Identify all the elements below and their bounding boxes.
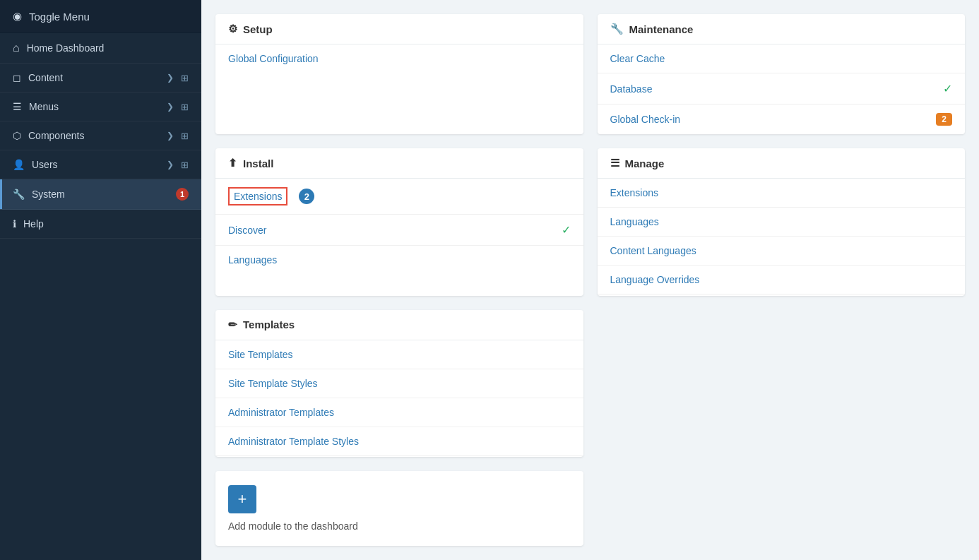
setup-panel-header: ⚙ Setup bbox=[215, 14, 583, 44]
maintenance-clear-cache[interactable]: Clear Cache bbox=[598, 44, 966, 73]
chevron-right-icon: ❯ bbox=[167, 160, 174, 169]
home-icon: ⌂ bbox=[13, 42, 20, 54]
grid-icon: ⊞ bbox=[181, 160, 189, 170]
sidebar-item-label: Home Dashboard bbox=[27, 42, 189, 54]
templates-administrator-template-styles[interactable]: Administrator Template Styles bbox=[215, 427, 583, 456]
clear-cache-link[interactable]: Clear Cache bbox=[610, 53, 665, 64]
discover-link[interactable]: Discover bbox=[228, 225, 266, 236]
sidebar: ◉ Toggle Menu ⌂ Home Dashboard ◻ Content… bbox=[0, 0, 201, 560]
install-panel-header: ⬆ Install bbox=[215, 148, 583, 179]
components-icon: ⬡ bbox=[13, 130, 21, 141]
chevron-right-icon: ❯ bbox=[167, 73, 174, 83]
grid-icon: ⊞ bbox=[181, 73, 189, 83]
main-content: ⚙ Setup Global Configuration 🔧 Maintenan… bbox=[201, 0, 979, 560]
sidebar-item-system[interactable]: 🔧 System 1 bbox=[0, 179, 201, 210]
global-checkin-badge: 2 bbox=[936, 113, 952, 126]
add-module-label: Add module to the dashboard bbox=[228, 520, 358, 532]
grid-icon: ⊞ bbox=[181, 102, 189, 112]
check-icon: ✓ bbox=[943, 82, 952, 95]
sidebar-item-label: Help bbox=[23, 218, 189, 230]
help-icon: ℹ bbox=[13, 218, 16, 230]
extensions-link[interactable]: Extensions bbox=[230, 189, 286, 204]
sidebar-item-label: System bbox=[32, 189, 165, 200]
sidebar-item-users[interactable]: 👤 Users ❯ ⊞ bbox=[0, 150, 201, 179]
install-extensions[interactable]: Extensions 2 bbox=[215, 179, 583, 215]
toggle-icon: ◉ bbox=[13, 10, 22, 23]
manage-plugins[interactable]: Plugins bbox=[598, 294, 966, 296]
languages-link[interactable]: Languages bbox=[228, 254, 277, 266]
install-icon: ⬆ bbox=[228, 157, 237, 169]
system-badge: 1 bbox=[176, 188, 189, 201]
extensions-number-badge: 2 bbox=[299, 189, 314, 204]
content-languages-link[interactable]: Content Languages bbox=[610, 245, 696, 256]
manage-languages-link[interactable]: Languages bbox=[610, 216, 659, 227]
sidebar-item-menus[interactable]: ☰ Menus ❯ ⊞ bbox=[0, 93, 201, 121]
templates-panel-header: ✏ Templates bbox=[215, 310, 583, 340]
manage-content-languages[interactable]: Content Languages bbox=[598, 237, 966, 266]
grid-icon: ⊞ bbox=[181, 131, 189, 141]
setup-panel: ⚙ Setup Global Configuration bbox=[215, 14, 583, 134]
manage-extensions[interactable]: Extensions bbox=[598, 179, 966, 208]
maintenance-database[interactable]: Database ✓ bbox=[598, 73, 966, 105]
add-module-button[interactable]: + bbox=[228, 485, 256, 513]
content-icon: ◻ bbox=[13, 72, 21, 83]
sidebar-item-label: Users bbox=[32, 159, 160, 170]
database-link[interactable]: Database bbox=[610, 83, 653, 95]
manage-panel-header: ☰ Manage bbox=[598, 148, 966, 179]
chevron-right-icon: ❯ bbox=[167, 131, 174, 141]
templates-mail-templates[interactable]: Mail Templates bbox=[215, 456, 583, 458]
maintenance-panel: 🔧 Maintenance Clear Cache Database ✓ Glo… bbox=[598, 14, 966, 134]
sidebar-item-label: Components bbox=[28, 130, 160, 141]
install-discover[interactable]: Discover ✓ bbox=[215, 215, 583, 246]
maintenance-global-checkin[interactable]: Global Check-in 2 bbox=[598, 105, 966, 134]
language-overrides-link[interactable]: Language Overrides bbox=[610, 274, 700, 285]
chevron-right-icon: ❯ bbox=[167, 102, 174, 112]
administrator-templates-link[interactable]: Administrator Templates bbox=[228, 407, 334, 418]
site-template-styles-link[interactable]: Site Template Styles bbox=[228, 378, 318, 389]
templates-icon: ✏ bbox=[228, 318, 237, 331]
global-configuration-link[interactable]: Global Configuration bbox=[228, 53, 319, 64]
global-checkin-link[interactable]: Global Check-in bbox=[610, 114, 681, 125]
toggle-menu-button[interactable]: ◉ Toggle Menu bbox=[0, 0, 201, 33]
site-templates-link[interactable]: Site Templates bbox=[228, 349, 293, 360]
extensions-highlight-box: Extensions bbox=[228, 187, 287, 205]
active-indicator bbox=[0, 179, 2, 209]
manage-extensions-link[interactable]: Extensions bbox=[610, 187, 658, 198]
users-icon: 👤 bbox=[13, 159, 25, 170]
sidebar-item-content[interactable]: ◻ Content ❯ ⊞ bbox=[0, 64, 201, 93]
administrator-template-styles-link[interactable]: Administrator Template Styles bbox=[228, 436, 359, 447]
maintenance-panel-header: 🔧 Maintenance bbox=[598, 14, 966, 44]
toggle-menu-label: Toggle Menu bbox=[29, 11, 90, 23]
templates-site-template-styles[interactable]: Site Template Styles bbox=[215, 369, 583, 398]
setup-icon: ⚙ bbox=[228, 23, 237, 35]
templates-site-templates[interactable]: Site Templates bbox=[215, 340, 583, 369]
templates-administrator-templates[interactable]: Administrator Templates bbox=[215, 398, 583, 427]
manage-languages[interactable]: Languages bbox=[598, 208, 966, 237]
add-module-panel: + Add module to the dashboard bbox=[215, 471, 583, 546]
manage-icon: ☰ bbox=[610, 157, 619, 169]
sidebar-item-label: Content bbox=[28, 72, 160, 83]
manage-language-overrides[interactable]: Language Overrides bbox=[598, 266, 966, 294]
system-icon: 🔧 bbox=[13, 189, 25, 200]
sidebar-item-help[interactable]: ℹ Help bbox=[0, 210, 201, 239]
templates-panel: ✏ Templates Site Templates Site Template… bbox=[215, 310, 583, 458]
install-languages[interactable]: Languages bbox=[215, 246, 583, 274]
sidebar-item-home-dashboard[interactable]: ⌂ Home Dashboard bbox=[0, 33, 201, 64]
install-panel: ⬆ Install Extensions 2 Discover ✓ Langua… bbox=[215, 148, 583, 296]
sidebar-item-label: Menus bbox=[29, 101, 160, 112]
setup-global-configuration[interactable]: Global Configuration bbox=[215, 44, 583, 73]
manage-panel: ☰ Manage Extensions Languages Content La… bbox=[598, 148, 966, 296]
sidebar-item-components[interactable]: ⬡ Components ❯ ⊞ bbox=[0, 121, 201, 150]
maintenance-icon: 🔧 bbox=[610, 23, 624, 35]
discover-check-icon: ✓ bbox=[562, 223, 571, 237]
menus-icon: ☰ bbox=[13, 101, 22, 112]
